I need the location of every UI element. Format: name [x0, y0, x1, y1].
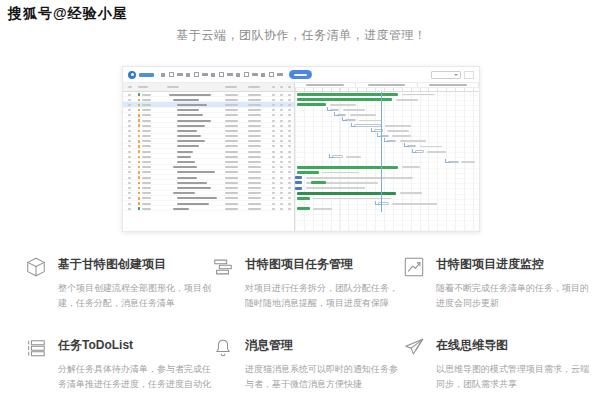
- gantt-bar-label: [346, 156, 361, 158]
- feature-desc: 整个项目创建流程全部图形化，项目创建，任务分配，消息任务清单: [58, 281, 211, 311]
- gantt-bar: [297, 171, 319, 174]
- toolbar-icon: [269, 72, 274, 77]
- gantt-days-row: [295, 87, 479, 92]
- feature-card-progress-monitor: 甘特图项目进度监控 随着不断完成任务清单的任务，项目的进度会同步更新: [403, 256, 598, 311]
- feature-desc: 进度猫消息系统可以即时的通知任务参与者，基于微信消息方便快捷: [245, 362, 398, 392]
- feature-desc: 随着不断完成任务清单的任务，项目的进度会同步更新: [436, 281, 589, 311]
- gantt-bar-label: [306, 177, 413, 179]
- toolbar-icon: [186, 73, 190, 77]
- gantt-bar-label: [387, 130, 409, 132]
- feature-title: 基于甘特图创建项目: [58, 256, 198, 273]
- gantt-bar-label: [400, 192, 422, 194]
- gantt-bar: [345, 119, 356, 122]
- feature-card-task-management: 甘特图项目任务管理 对项目进行任务拆分，团队分配任务，随时随地消息提醒，项目进度…: [212, 256, 403, 311]
- toolbar-icon: [169, 72, 174, 77]
- gantt-bar: [295, 181, 302, 184]
- toolbar-icons: [161, 72, 283, 77]
- toolbar-icon: [244, 72, 249, 77]
- gantt-bar: [387, 140, 396, 143]
- gantt-bar-label: [322, 172, 359, 174]
- gantt-bar: [337, 114, 346, 117]
- gantt-bar-label: [330, 104, 356, 106]
- feature-title: 甘特图项目进度监控: [436, 256, 584, 273]
- gantt-body: [295, 92, 479, 231]
- feature-title: 在线思维导图: [436, 337, 584, 354]
- gantt-bar-label: [402, 166, 420, 168]
- toolbar-icon: [161, 73, 165, 77]
- toolbar-icon: [194, 72, 199, 77]
- gantt-panel: [295, 83, 479, 231]
- toolbar-icon: [236, 73, 240, 77]
- feature-card-messages: 消息管理 进度猫消息系统可以即时的通知任务参与者，基于微信消息方便快捷: [212, 337, 403, 392]
- paper-plane-icon: [403, 337, 425, 359]
- gantt-bar: [311, 181, 326, 184]
- toolbar-icon: [202, 73, 208, 77]
- gantt-bar-label: [313, 198, 390, 200]
- gantt-bar-label: [350, 114, 376, 116]
- toolbar-icon: [177, 73, 183, 77]
- feature-desc: 以思维导图的模式管理项目需求，云端同步，团队需求共享: [436, 362, 589, 392]
- table-header: [123, 83, 294, 92]
- toolbar-right: [431, 71, 474, 79]
- toolbar-icon: [227, 73, 233, 77]
- cube-icon: [25, 256, 47, 278]
- feature-title: 任务ToDoList: [58, 337, 198, 354]
- gantt-bar: [295, 187, 302, 190]
- feature-card-mindmap: 在线思维导图 以思维导图的模式管理项目需求，云端同步，团队需求共享: [403, 337, 598, 392]
- trend-chart-icon: [403, 256, 425, 278]
- todo-list-icon: [25, 337, 47, 359]
- page-root: { "watermark": "搜狐号@经验小屋", "tagline": "基…: [0, 0, 603, 400]
- gantt-bar-label: [392, 135, 410, 137]
- toolbar-field: [464, 71, 474, 79]
- gantt-bar: [297, 103, 326, 106]
- gantt-bar-label: [313, 208, 331, 210]
- gantt-bar-label: [420, 146, 442, 148]
- gantt-bar-label: [402, 94, 435, 96]
- gantt-bar: [297, 93, 398, 96]
- toolbar-icon: [211, 73, 215, 77]
- toolbar-icon: [277, 73, 283, 77]
- page-tagline: 基于云端，团队协作，任务清单，进度管理！: [0, 27, 603, 44]
- gantt-bar: [332, 155, 343, 158]
- primary-action-button: [289, 70, 312, 79]
- gantt-bar-label: [343, 109, 365, 111]
- features-grid: 基于甘特图创建项目 整个项目创建流程全部图形化，项目创建，任务分配，消息任务清单…: [25, 256, 598, 392]
- gantt-bar: [297, 166, 398, 169]
- feature-title: 甘特图项目任务管理: [245, 256, 389, 273]
- gantt-bar: [297, 207, 310, 210]
- table-row: [123, 206, 294, 211]
- gantt-bar-label: [427, 151, 445, 153]
- watermark: 搜狐号@经验小屋: [8, 5, 128, 23]
- gantt-bar: [415, 150, 424, 153]
- gantt-bar: [378, 202, 389, 205]
- toolbar-icon: [252, 73, 258, 77]
- gantt-bar: [295, 176, 302, 179]
- gantt-bar-label: [461, 161, 476, 163]
- gantt-bar-label: [330, 182, 378, 184]
- gantt-bar-label: [396, 99, 418, 101]
- gantt-bar-label: [306, 187, 365, 189]
- app-toolbar: [123, 67, 479, 83]
- toolbar-icon: [219, 72, 224, 77]
- gantt-bar-label: [385, 125, 411, 127]
- gantt-bar: [297, 98, 393, 101]
- gantt-bar: [297, 197, 310, 200]
- gantt-bar-label: [400, 140, 426, 142]
- feature-card-create-project: 基于甘特图创建项目 整个项目创建流程全部图形化，项目创建，任务分配，消息任务清单: [25, 256, 212, 311]
- gantt-bar: [448, 161, 459, 164]
- gantt-bar: [407, 145, 416, 148]
- toolbar-icon: [261, 73, 265, 77]
- feature-desc: 分解任务具体待办清单，参与者完成任务清单推进任务进度，任务进度自动化: [58, 362, 211, 392]
- gantt-bar-label: [359, 120, 381, 122]
- gantt-timeline-header: [295, 83, 479, 92]
- table-body: [123, 92, 294, 211]
- app-logo-text: [139, 73, 154, 77]
- gantt-bar: [330, 109, 339, 112]
- task-table-panel: [123, 83, 295, 231]
- bell-icon: [212, 337, 234, 359]
- view-select: [431, 71, 461, 79]
- feature-card-todolist: 任务ToDoList 分解任务具体待办清单，参与者完成任务清单推进任务进度，任务…: [25, 337, 212, 392]
- feature-title: 消息管理: [245, 337, 389, 354]
- gantt-bars-icon: [212, 256, 234, 278]
- today-line: [381, 92, 382, 212]
